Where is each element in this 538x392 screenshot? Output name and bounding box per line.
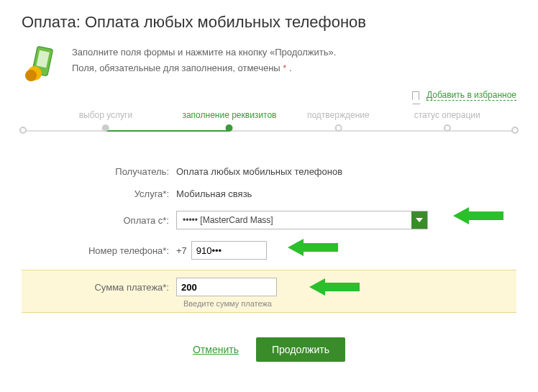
row-service: Услуга*: Мобильная связь (22, 183, 516, 205)
bookmark-icon (412, 91, 419, 100)
row-recipient: Получатель: Оплата любых мобильных телеф… (22, 160, 516, 183)
step-fill-details: заполнение реквизитов (182, 110, 276, 132)
annotation-arrow-icon (453, 205, 503, 227)
annotation-arrow-icon (288, 237, 338, 258)
amount-input[interactable] (176, 278, 277, 296)
svg-marker-6 (309, 278, 360, 296)
chevron-down-icon (411, 211, 427, 229)
label-phone: Номер телефона*: (22, 245, 176, 256)
label-pay-from: Оплата с*: (22, 215, 176, 226)
phone-input[interactable] (191, 241, 267, 260)
label-recipient: Получатель: (22, 166, 176, 177)
action-bar: Отменить Продолжить (22, 337, 516, 362)
continue-button[interactable]: Продолжить (256, 337, 345, 362)
svg-marker-4 (453, 207, 503, 224)
progress-stepper: выбор услуги заполнение реквизитов подтв… (22, 110, 516, 139)
step-dot-icon (102, 124, 109, 132)
step-confirmation: подтверждение (307, 110, 370, 132)
intro-line-2: Поля, обязательные для заполнения, отмеч… (72, 60, 336, 76)
step-status: статус операции (414, 110, 480, 132)
intro-line-1: Заполните поля формы и нажмите на кнопку… (72, 45, 336, 60)
row-pay-from: Оплата с*: ••••• [MasterCard Mass] (22, 205, 516, 235)
value-service: Мобильная связь (176, 188, 252, 199)
label-service: Услуга*: (22, 188, 176, 199)
pay-from-selected: ••••• [MasterCard Mass] (177, 215, 411, 225)
phone-prefix: +7 (176, 245, 187, 256)
payment-phone-icon (22, 45, 59, 82)
step-dot-icon (444, 124, 451, 132)
svg-point-3 (25, 70, 37, 81)
row-phone: Номер телефона*: +7 (22, 235, 516, 265)
pay-from-select[interactable]: ••••• [MasterCard Mass] (176, 211, 428, 229)
value-recipient: Оплата любых мобильных телефонов (176, 166, 342, 177)
annotation-arrow-icon (309, 276, 360, 298)
intro-block: Заполните поля формы и нажмите на кнопку… (22, 45, 516, 82)
favorites-row: Добавить в избранное (22, 89, 516, 100)
label-amount: Сумма платежа*: (22, 282, 176, 293)
cancel-link[interactable]: Отменить (193, 344, 239, 355)
add-to-favorites-link[interactable]: Добавить в избранное (427, 90, 516, 101)
step-dot-icon (334, 124, 342, 132)
svg-marker-5 (288, 239, 338, 256)
intro-text: Заполните поля формы и нажмите на кнопку… (72, 45, 336, 82)
amount-hint: Введите сумму платежа (22, 299, 516, 308)
page-title: Оплата: Оплата любых мобильных телефонов (22, 13, 516, 32)
step-select-service: выбор услуги (79, 110, 133, 132)
step-dot-icon (226, 124, 233, 132)
row-amount: Сумма платежа*: Введите сумму платежа (22, 270, 516, 313)
